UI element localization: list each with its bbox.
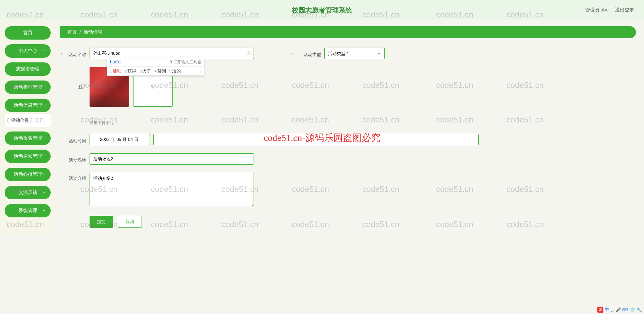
sidebar-item-notify[interactable]: 活动通知管理﹀	[5, 150, 51, 163]
header-right: 管理员 abo 退出登录	[585, 7, 634, 13]
sidebar-subitem-activity-info[interactable]: 活动信息	[5, 114, 51, 127]
sidebar-item-feedback[interactable]: 交流反馈﹀	[5, 186, 51, 199]
ime-next-page[interactable]: ›	[200, 69, 201, 74]
sidebar-item-experience[interactable]: 活动心得管理﹀	[5, 168, 51, 181]
chevron-down-icon: ﹀	[42, 136, 46, 141]
submit-button[interactable]: 提交	[90, 216, 113, 228]
sidebar-item-home[interactable]: 首页	[5, 26, 51, 40]
ime-candidate-3[interactable]: 3火丁	[140, 68, 151, 74]
ime-candidate-4[interactable]: 4货到	[154, 68, 166, 74]
ime-composition: huo'd	[110, 59, 120, 65]
app-title: 校园志愿者管理系统	[292, 6, 352, 15]
activity-time-extra[interactable]	[153, 134, 479, 145]
label-intro: 活动介绍	[63, 173, 86, 181]
label-activity-type: 活动类型	[294, 49, 321, 58]
chevron-down-icon: ﹀	[42, 49, 46, 54]
venue-input[interactable]	[90, 153, 254, 165]
chevron-down-icon: ﹀	[42, 172, 46, 177]
plus-icon: +	[150, 81, 156, 93]
cancel-button[interactable]: 取消	[118, 216, 142, 228]
breadcrumb-home[interactable]: 首页	[67, 29, 77, 35]
chevron-down-icon: ﹀	[42, 190, 46, 195]
activity-type-select[interactable]: 活动类型2	[324, 48, 385, 59]
clear-icon[interactable]: ⓧ	[247, 51, 251, 56]
label-venue: 活动场地	[63, 155, 86, 163]
header: 校园志愿者管理系统 管理员 abo 退出登录	[0, 0, 644, 20]
breadcrumb: 首页 / 活动信息	[60, 26, 636, 38]
sidebar-item-volunteer[interactable]: 志愿者管理﹀	[5, 62, 51, 76]
label-activity-name: 活动名称	[63, 49, 86, 58]
breadcrumb-current: 活动信息	[84, 29, 102, 35]
chevron-down-icon: ﹀	[42, 208, 46, 213]
ime-candidate-1[interactable]: 1活动	[110, 68, 121, 74]
sidebar-item-signup[interactable]: 活动报名管理﹀	[5, 132, 51, 145]
sidebar-item-activity-type[interactable]: 活动类型管理﹀	[5, 81, 51, 94]
logout-link[interactable]: 退出登录	[615, 7, 634, 13]
intro-textarea[interactable]: 活动介绍2	[90, 173, 254, 206]
chevron-down-icon: ﹀	[42, 67, 46, 72]
activity-name-input[interactable]	[90, 48, 254, 59]
breadcrumb-separator: /	[79, 30, 81, 35]
label-image: 图片	[63, 67, 86, 90]
form: 活动名称 ⓧ huo'd 9 打开输入工具箱 1活动 2获得 3火丁 4	[60, 48, 636, 228]
user-link[interactable]: 管理员 abo	[585, 7, 608, 13]
sidebar-item-profile[interactable]: 个人中心﹀	[5, 44, 51, 58]
ime-popup: huo'd 9 打开输入工具箱 1活动 2获得 3火丁 4货到 5活的 ›	[107, 58, 204, 76]
chevron-down-icon: ﹀	[42, 154, 46, 159]
sidebar: 首页 个人中心﹀ 志愿者管理﹀ 活动类型管理﹀ 活动信息管理﹀ 活动信息 活动报…	[0, 20, 55, 234]
ime-candidates: 1活动 2获得 3火丁 4货到 5活的 ›	[107, 67, 204, 75]
ime-toolbox-hint[interactable]: 9 打开输入工具箱	[170, 59, 201, 65]
upload-hint: 点击上传图片	[90, 120, 173, 126]
ime-candidate-2[interactable]: 2获得	[125, 68, 136, 74]
activity-time-input[interactable]	[90, 134, 150, 145]
ime-candidate-5[interactable]: 5活的	[169, 68, 181, 74]
sidebar-item-activity-info[interactable]: 活动信息管理﹀	[5, 99, 51, 112]
main-content: 首页 / 活动信息 活动名称 ⓧ huo'd 9 打开输入工具箱 1活动	[55, 20, 644, 234]
label-activity-time: 活动时间	[63, 135, 86, 144]
chevron-down-icon: ﹀	[42, 103, 46, 108]
sidebar-item-system[interactable]: 系统管理﹀	[5, 204, 51, 217]
chevron-down-icon: ﹀	[42, 85, 46, 90]
